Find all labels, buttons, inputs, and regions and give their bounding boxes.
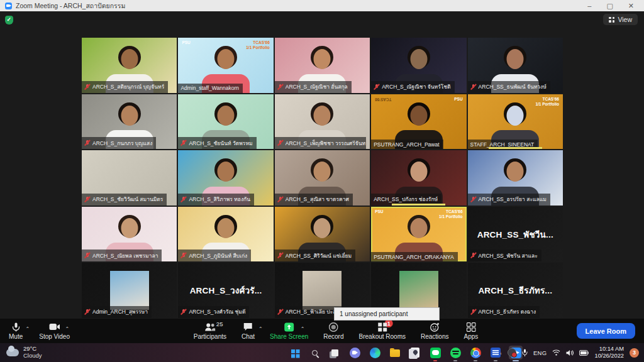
participant-grid: ARCH_S_สติยนุกรณ์ บุญจันทร์PSUTCAS'661/1…: [82, 38, 563, 318]
view-button-label: View: [618, 16, 632, 23]
line-app-button[interactable]: [428, 346, 442, 359]
tray-microphone-icon[interactable]: [522, 349, 528, 357]
maximize-button[interactable]: ▢: [606, 3, 613, 9]
chrome-button[interactable]: [469, 346, 482, 359]
chat-options-chevron-icon[interactable]: ⌃: [258, 326, 263, 332]
profile-photo: [110, 271, 149, 310]
muted-mic-icon: [277, 84, 283, 90]
close-button[interactable]: ✕: [628, 3, 634, 9]
muted-mic-icon: [277, 252, 283, 259]
video-tile[interactable]: Admin_ARCH_สุพรรษา: [82, 263, 177, 318]
record-button[interactable]: Record: [323, 319, 343, 343]
spotify-button[interactable]: [448, 346, 462, 359]
mute-label: Mute: [9, 333, 23, 340]
solitaire-button[interactable]: [408, 346, 422, 359]
breakout-rooms-icon: [377, 322, 387, 332]
video-tile[interactable]: TCAS'661/1 PortfolioSTAFF_ARCH_SINEENAT: [468, 94, 563, 150]
participants-label: Participants: [194, 333, 226, 340]
leave-room-button[interactable]: Leave Room: [577, 323, 635, 339]
clock[interactable]: 10:14 AM 10/26/2022: [594, 346, 624, 359]
video-tile[interactable]: ARCH_S_ธีรภัทร...ARCH_S_ธีรภัทร ดงฉาง: [468, 263, 563, 318]
word-button[interactable]: [489, 346, 502, 359]
participant-label: ARCH_S_วงศ์วรัณ ชุ่มดี: [178, 306, 249, 318]
breakout-rooms-button[interactable]: 1 Breakout Rooms: [359, 319, 406, 343]
cards-icon: [411, 348, 419, 358]
file-explorer-button[interactable]: [388, 346, 402, 359]
participant-label: ARCH_S_สติยนุกรณ์ บุญจันทร์: [82, 81, 168, 93]
profile-photo: [399, 271, 438, 310]
apps-label: Apps: [464, 333, 478, 340]
video-tile[interactable]: ARCH_S_ชัยนันท์ วัดพรหม: [178, 94, 273, 150]
apps-button[interactable]: Apps: [464, 319, 478, 343]
video-tile[interactable]: ARCH_S_กนกภร บุญแสง: [82, 94, 177, 150]
task-view-button[interactable]: [328, 346, 341, 359]
share-screen-button[interactable]: ⌃ Share Screen: [270, 319, 308, 343]
minimize-button[interactable]: –: [587, 3, 591, 9]
video-tile[interactable]: ARCH_S_วงศ์วรั...ARCH_S_วงศ์วรัณ ชุ่มดี: [178, 263, 273, 318]
video-tile[interactable]: ARCH_S_เพ็ญพิชชา วรรณศรีจันทร์: [275, 94, 370, 150]
participant-label: ARCH_S_สุณิสา ขาดรคาศ: [275, 194, 353, 206]
reactions-label: Reactions: [421, 333, 448, 340]
muted-mic-icon: [277, 140, 283, 146]
mute-options-chevron-icon[interactable]: ⌃: [26, 326, 30, 332]
volume-icon[interactable]: [566, 349, 574, 356]
spotify-icon: [450, 348, 461, 358]
stop-video-button[interactable]: ⌃ Stop Video: [39, 319, 70, 343]
video-tile[interactable]: PSUTCAS'661/1 PortfolioAdmin_staff_Wanna…: [178, 38, 273, 93]
video-camera-icon: ⌃: [49, 322, 60, 332]
video-tile[interactable]: PSUTCAS'661/1 PortfolioPSUTRANG_ARCH_ORA…: [371, 207, 466, 262]
video-tile[interactable]: ARCH_SS_อรปรียา สะแลแม: [468, 150, 563, 206]
share-options-chevron-icon[interactable]: ⌃: [301, 326, 305, 332]
person-head: [507, 106, 524, 126]
participant-label: ARCH_S_ณัฐณิชา อั่นสกุล: [275, 81, 352, 93]
participant-label: ARCH_S_ฟ้าเลีย ปะลุกี: [275, 306, 343, 318]
view-button[interactable]: View: [603, 14, 638, 25]
start-button[interactable]: [287, 346, 301, 359]
search-icon: [312, 350, 318, 356]
video-tile[interactable]: ARCH_S_ภูมินันท์ สืบเก่ง: [178, 207, 273, 262]
weather-widget[interactable]: 29°C Cloudy: [0, 346, 42, 359]
video-tile[interactable]: ARCH_SS_ศิริวัฒน์ แซ่เอี๋ยม: [275, 207, 370, 262]
person-head: [121, 106, 138, 126]
person-head: [218, 218, 235, 238]
reactions-button[interactable]: Reactions: [421, 319, 448, 343]
taskbar-search-button[interactable]: [308, 346, 321, 359]
sound-device-icon[interactable]: [508, 348, 516, 357]
video-tile[interactable]: ARCH_S_ณัฐณิชา อั่นสกุล: [275, 38, 370, 93]
share-screen-label: Share Screen: [270, 333, 308, 340]
stop-video-label: Stop Video: [39, 333, 70, 340]
person-head: [218, 49, 235, 69]
battery-icon[interactable]: [579, 350, 589, 356]
person-head: [410, 218, 427, 238]
security-shield-icon[interactable]: [5, 16, 13, 25]
video-tile[interactable]: ARCH_S_ณัยพล เพชรมาลา: [82, 207, 177, 262]
person-head: [121, 218, 138, 238]
video-tile[interactable]: ARCH_SS_พัชวีน...ARCH_SS_พัชรีน สาและ: [468, 207, 563, 262]
active-speaker-bar: [392, 204, 445, 206]
video-tile[interactable]: TCAS'66PSUPSUTRANG_ARCH_Pawat: [371, 94, 466, 150]
wifi-icon[interactable]: [552, 349, 560, 356]
video-tile[interactable]: ARCH_S_สติยนุกรณ์ บุญจันทร์: [82, 38, 177, 93]
input-language-indicator[interactable]: ENG: [533, 349, 547, 356]
mute-button[interactable]: ⌃ Mute: [9, 319, 23, 343]
teams-chat-button[interactable]: [348, 346, 362, 359]
chat-button[interactable]: ⌃ Chat: [242, 319, 255, 343]
window-title: Zoom Meeting - ARCH_สถาปัตยกรรม: [16, 1, 125, 11]
video-tile[interactable]: ARCH_S_ชัยวิวัฒน์ สมานมิตร: [82, 150, 177, 206]
video-tile[interactable]: ARCH_S_สุณิสา ขาดรคาศ: [275, 150, 370, 206]
video-options-chevron-icon[interactable]: ⌃: [65, 326, 70, 332]
active-speaker-bar: [489, 147, 542, 149]
video-tile[interactable]: ARCH_S_ณัฐณิชา จันทร์โชติ: [371, 38, 466, 93]
participants-button[interactable]: 25 Participants: [194, 319, 226, 343]
video-tile[interactable]: ARCH_SS_ธนพัฒน์ จันทวงษ์: [468, 38, 563, 93]
participant-label: PSUTRANG_ARCH_ORAKANYA: [371, 252, 457, 261]
person-head: [314, 106, 331, 126]
notification-badge[interactable]: 3: [630, 348, 639, 358]
video-tile[interactable]: ARCH_S_สิริภาพร ทองกัน: [178, 150, 273, 206]
video-tile[interactable]: ARCH_SS_ปกังกร ช่องรักษ์: [371, 150, 466, 206]
muted-mic-icon: [277, 196, 283, 203]
tcas-badge: PSU: [454, 97, 462, 102]
edge-button[interactable]: [368, 346, 382, 359]
reactions-smiley-icon: [430, 322, 440, 332]
muted-mic-icon: [470, 309, 476, 315]
